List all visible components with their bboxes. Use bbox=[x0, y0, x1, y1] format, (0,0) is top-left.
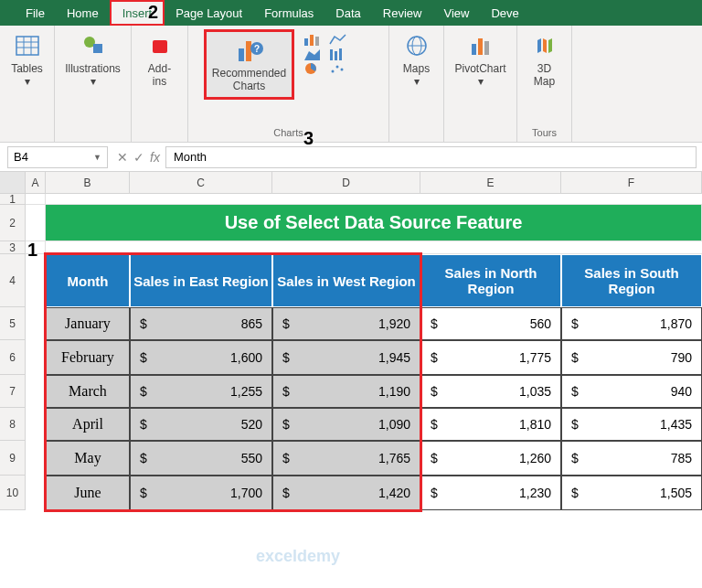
table-header[interactable]: Sales in South Region bbox=[561, 254, 702, 307]
formula-bar-value: Month bbox=[174, 150, 207, 164]
stat-chart-icon[interactable] bbox=[329, 48, 347, 60]
table-cell-south[interactable]: $790 bbox=[561, 340, 702, 375]
row-header-8[interactable]: 8 bbox=[0, 408, 26, 441]
illustrations-button[interactable]: Illustrations▾ bbox=[61, 29, 124, 91]
illustrations-icon bbox=[79, 31, 108, 60]
callout-1: 1 bbox=[27, 240, 37, 261]
tab-file[interactable]: File bbox=[15, 0, 56, 26]
name-box[interactable]: B4 ▼ bbox=[7, 146, 108, 168]
table-cell-east[interactable]: $1,255 bbox=[130, 375, 272, 408]
scatter-chart-icon[interactable] bbox=[329, 62, 347, 75]
table-cell-west[interactable]: $1,920 bbox=[272, 307, 420, 340]
col-header-B[interactable]: B bbox=[46, 172, 130, 193]
row-header-3[interactable]: 3 bbox=[0, 241, 26, 254]
pie-chart-icon[interactable] bbox=[303, 62, 322, 75]
table-cell-west[interactable]: $1,945 bbox=[272, 340, 420, 375]
row-header-10[interactable]: 10 bbox=[0, 476, 26, 510]
callout-2: 2 bbox=[148, 2, 158, 23]
row-header-2[interactable]: 2 bbox=[0, 205, 26, 241]
table-cell-east[interactable]: $1,700 bbox=[130, 476, 272, 510]
cancel-icon[interactable]: ✕ bbox=[117, 150, 128, 165]
tab-review[interactable]: Review bbox=[372, 0, 433, 26]
line-chart-icon[interactable] bbox=[329, 33, 347, 46]
table-cell-east[interactable]: $520 bbox=[130, 408, 272, 441]
fx-icon[interactable]: fx bbox=[150, 150, 160, 165]
select-all-corner[interactable] bbox=[0, 172, 26, 193]
row-header-6[interactable]: 6 bbox=[0, 340, 26, 375]
tab-home[interactable]: Home bbox=[56, 0, 110, 26]
table-header[interactable]: Sales in East Region bbox=[130, 254, 272, 307]
tab-page-layout[interactable]: Page Layout bbox=[165, 0, 253, 26]
col-header-C[interactable]: C bbox=[130, 172, 272, 193]
illustrations-label: Illustrations▾ bbox=[65, 62, 121, 89]
table-cell-south[interactable]: $1,870 bbox=[561, 307, 702, 340]
tab-view[interactable]: View bbox=[432, 0, 480, 26]
data-table: MonthSales in East RegionSales in West R… bbox=[46, 254, 702, 510]
pivotchart-button[interactable]: PivotChart▾ bbox=[451, 29, 509, 91]
table-cell-west[interactable]: $1,420 bbox=[272, 476, 420, 510]
title-banner: Use of Select Data Source Feature bbox=[46, 205, 701, 241]
svg-rect-27 bbox=[478, 38, 483, 55]
row-header-7[interactable]: 7 bbox=[0, 375, 26, 408]
maps-button[interactable]: Maps▾ bbox=[399, 29, 435, 91]
row-header-4[interactable]: 4 bbox=[0, 254, 26, 307]
table-cell-north[interactable]: $1,035 bbox=[420, 375, 561, 408]
table-cell-south[interactable]: $1,505 bbox=[561, 476, 702, 510]
table-cell-month[interactable]: January bbox=[46, 307, 130, 340]
table-cell-north[interactable]: $1,230 bbox=[420, 476, 561, 510]
table-cell-month[interactable]: April bbox=[46, 408, 130, 441]
formula-bar[interactable]: Month bbox=[165, 146, 697, 168]
table-cell-west[interactable]: $1,090 bbox=[272, 408, 420, 441]
table-cell-east[interactable]: $550 bbox=[130, 441, 272, 476]
table-cell-month[interactable]: June bbox=[46, 476, 130, 510]
3d-map-button[interactable]: 3D Map bbox=[526, 29, 563, 91]
table-cell-south[interactable]: $1,435 bbox=[561, 408, 702, 441]
svg-rect-0 bbox=[16, 37, 38, 55]
row-header-9[interactable]: 9 bbox=[0, 441, 26, 476]
table-cell-north[interactable]: $1,810 bbox=[420, 408, 561, 441]
tab-formulas[interactable]: Formulas bbox=[253, 0, 324, 26]
table-cell-east[interactable]: $865 bbox=[130, 307, 272, 340]
svg-marker-31 bbox=[548, 38, 552, 53]
ribbon-tabs: File Home 2 Insert Page Layout Formulas … bbox=[0, 0, 702, 26]
table-cell-east[interactable]: $1,600 bbox=[130, 340, 272, 375]
enter-icon[interactable]: ✓ bbox=[133, 150, 144, 165]
table-cell-south[interactable]: $785 bbox=[561, 441, 702, 476]
table-cell-month[interactable]: March bbox=[46, 375, 130, 408]
table-cell-south[interactable]: $940 bbox=[561, 375, 702, 408]
addins-icon bbox=[145, 31, 175, 60]
col-header-E[interactable]: E bbox=[420, 172, 561, 193]
column-headers: A B C D E F bbox=[0, 172, 702, 194]
table-cell-north[interactable]: $1,260 bbox=[420, 441, 561, 476]
name-box-dropdown-icon[interactable]: ▼ bbox=[93, 153, 101, 162]
row-header-1[interactable]: 1 bbox=[0, 194, 26, 205]
table-cell-north[interactable]: $1,775 bbox=[420, 340, 561, 375]
svg-marker-15 bbox=[304, 49, 320, 60]
table-cell-month[interactable]: February bbox=[46, 340, 130, 375]
svg-marker-30 bbox=[543, 38, 547, 53]
recommended-charts-button[interactable]: ? Recommended Charts bbox=[204, 29, 294, 100]
name-box-value: B4 bbox=[14, 150, 28, 164]
table-cell-west[interactable]: $1,765 bbox=[272, 441, 420, 476]
charts-group-label: Charts bbox=[273, 127, 303, 138]
addins-button[interactable]: Add- ins bbox=[142, 29, 178, 91]
table-cell-month[interactable]: May bbox=[46, 441, 130, 476]
row-header-5[interactable]: 5 bbox=[0, 307, 26, 340]
bar-chart-icon[interactable] bbox=[303, 33, 322, 46]
col-header-D[interactable]: D bbox=[272, 172, 420, 193]
maps-label: Maps▾ bbox=[403, 62, 430, 89]
table-header[interactable]: Month bbox=[46, 254, 130, 307]
formula-bar-icons: ✕ ✓ fx bbox=[117, 150, 160, 165]
tables-button[interactable]: Tables▾ bbox=[7, 29, 47, 91]
formula-bar-row: B4 ▼ ✕ ✓ fx Month bbox=[0, 143, 702, 172]
area-chart-icon[interactable] bbox=[303, 48, 322, 60]
table-header[interactable]: Sales in West Region bbox=[272, 254, 420, 307]
cells-area[interactable]: Use of Select Data Source Feature MonthS… bbox=[26, 194, 702, 510]
tab-developer[interactable]: Deve bbox=[480, 0, 529, 26]
table-cell-west[interactable]: $1,190 bbox=[272, 375, 420, 408]
col-header-A[interactable]: A bbox=[26, 172, 46, 193]
tab-data[interactable]: Data bbox=[324, 0, 371, 26]
table-header[interactable]: Sales in North Region bbox=[420, 254, 561, 307]
table-cell-north[interactable]: $560 bbox=[420, 307, 561, 340]
col-header-F[interactable]: F bbox=[561, 172, 702, 193]
